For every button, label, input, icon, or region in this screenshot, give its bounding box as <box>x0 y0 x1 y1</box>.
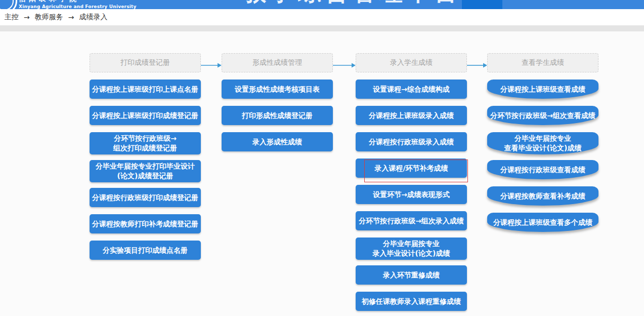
flow-button[interactable]: 分课程按行政班级录入成绩 <box>356 132 467 151</box>
flow-button[interactable]: 分课程按上课班级录入成绩 <box>356 106 467 125</box>
flow-button[interactable]: 分课程按上课班级打印上课点名册 <box>90 80 201 99</box>
flow-button[interactable]: 分毕业年届按专业 录入毕业设计(论文)成绩 <box>356 238 467 260</box>
flow-button[interactable]: 分课程按上课班级打印成绩登记册 <box>90 106 201 125</box>
stage-header: 形成性成绩管理 <box>222 53 333 72</box>
flow-button[interactable]: 录入课程/环节补考成绩 <box>356 159 467 178</box>
flow-button[interactable]: 设置环节→成绩表现形式 <box>356 185 467 204</box>
flow-button[interactable]: 分课程按教师查看补考成绩 <box>487 186 598 206</box>
flow-button[interactable]: 分课程按上课班级查看多个成绩 <box>487 213 598 232</box>
divider-band <box>0 25 644 31</box>
stage-header: 录入学生成绩 <box>356 53 467 72</box>
flow-button[interactable]: 分课程按行政班级打印成绩登记册 <box>90 188 201 207</box>
flow-button[interactable]: 分实验项目打印成绩点名册 <box>90 241 201 260</box>
active-nav-tab[interactable] <box>462 0 502 9</box>
flow-button[interactable]: 分课程按教师打印补考成绩登记册 <box>90 214 201 233</box>
breadcrumb-item-grade-entry: 成绩录入 <box>79 13 107 22</box>
stage-header: 查看学生成绩 <box>487 53 598 72</box>
flow-column-4: 查看学生成绩分课程按上课班级查看成绩分环节按行政班级→组次查看成绩分毕业年届按专… <box>487 31 598 316</box>
university-name-zh-text: 信阳农林学院 <box>19 0 110 4</box>
stage-header: 打印成绩登记册 <box>90 53 201 72</box>
flow-button[interactable]: 设置形成性成绩考核项目表 <box>222 80 333 99</box>
flow-button[interactable]: 录入形成性成绩 <box>222 132 333 151</box>
breadcrumb-item-teacher-services[interactable]: 教师服务 <box>35 13 63 22</box>
university-name-zh-cropped: 信阳农林学院 <box>19 0 110 4</box>
university-name-en: Xinyang Agriculture and Forestry Univers… <box>19 4 137 9</box>
flow-button[interactable]: 分环节按行政班级→组次查看成绩 <box>487 106 598 125</box>
flow-button[interactable]: 分毕业年届按专业 查看毕业设计(论文)成绩 <box>487 132 598 154</box>
flow-button[interactable]: 录入环节重修成绩 <box>356 265 467 285</box>
flow-column-1: 打印成绩登记册分课程按上课班级打印上课点名册分课程按上课班级打印成绩登记册分环节… <box>90 31 201 316</box>
flow-arrow-icon <box>201 60 222 65</box>
flow-column-2: 形成性成绩管理设置形成性成绩考核项目表打印形成性成绩登记册录入形成性成绩 <box>222 31 333 316</box>
flow-button[interactable]: 分毕业年届按专业打印毕业设计 (论文)成绩登记册 <box>90 160 201 182</box>
flow-button[interactable]: 分环节按行政班级→ 组次打印成绩登记册 <box>90 132 201 154</box>
flow-button[interactable]: 打印形成性成绩登记册 <box>222 106 333 125</box>
flow-arrow-icon <box>333 60 356 65</box>
flow-button[interactable]: 分课程按行政班级查看成绩 <box>487 160 598 179</box>
flow-button[interactable]: 分环节按行政班级→组次录入成绩 <box>356 211 467 230</box>
university-logo-icon <box>0 0 17 9</box>
breadcrumb: 主控 → 教师服务 → 成绩录入 <box>0 9 644 25</box>
breadcrumb-arrow-icon: → <box>68 13 74 21</box>
breadcrumb-arrow-icon: → <box>24 13 30 21</box>
flow-button[interactable]: 分课程按上课班级查看成绩 <box>487 80 598 99</box>
flow-button[interactable]: 初修任课教师录入课程重修成绩 <box>356 292 467 311</box>
flow-column-3: 录入学生成绩设置课程→综合成绩构成分课程按上课班级录入成绩分课程按行政班级录入成… <box>356 31 467 316</box>
flowchart: 打印成绩登记册分课程按上课班级打印上课点名册分课程按上课班级打印成绩登记册分环节… <box>0 31 644 316</box>
top-header-bar: 信阳农林学院 Xinyang Agriculture and Forestry … <box>0 0 644 9</box>
flow-arrow-icon <box>467 60 487 65</box>
breadcrumb-item-home[interactable]: 主控 <box>5 13 19 22</box>
flow-button[interactable]: 设置课程→综合成绩构成 <box>356 80 467 99</box>
